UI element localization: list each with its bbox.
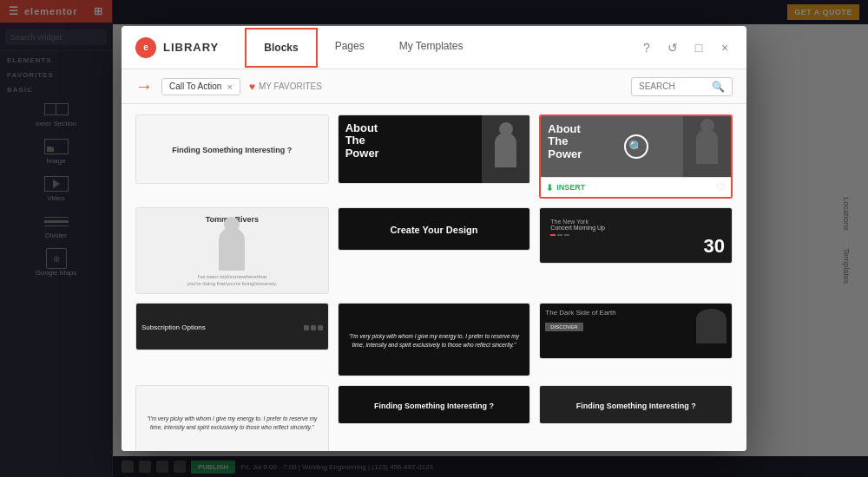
filter-tag[interactable]: Call To Action × [161,78,240,95]
insert-label: INSERT [556,183,585,192]
card-10-quote: "I'm very picky with whom I give my ener… [141,415,323,430]
modal-actions: ? ↺ □ × [639,40,733,56]
card-12-text: Finding Something Interesting ? [576,402,696,410]
tab-pages[interactable]: Pages [318,28,382,67]
modal-overlay: e LIBRARY Blocks Pages My Templates ? ↺ … [0,0,868,477]
close-icon[interactable]: × [717,40,733,56]
tommy-silhouette [219,227,245,271]
search-filter[interactable]: 🔍 [631,77,733,96]
card-11-text: Finding Something Interesting ? [374,402,494,410]
template-card-12[interactable]: Finding Something Interesting ? [539,385,733,424]
card-9-btn[interactable]: DISCOVER [545,323,582,331]
modal-header: e LIBRARY Blocks Pages My Templates ? ↺ … [122,26,746,69]
modal-tabs: Blocks Pages My Templates [245,28,639,67]
heart-icon: ♥ [249,81,255,93]
card-heart-icon[interactable]: ♡ [716,181,726,193]
library-modal: e LIBRARY Blocks Pages My Templates ? ↺ … [122,26,746,451]
card-3-title: About The Power [548,123,724,160]
filter-remove-icon[interactable]: × [227,82,232,92]
modal-body: Finding Something Interesting ? About Th… [122,104,746,451]
modal-logo: e [135,37,156,58]
search-icon: 🔍 [712,81,725,93]
download-icon: ⬇ [546,183,553,193]
template-card-4[interactable]: Tommy Rivers I've been told/somewhere/th… [135,207,329,294]
save-icon[interactable]: □ [691,40,707,56]
tab-blocks[interactable]: Blocks [245,28,317,68]
card-6-title2: Concert Morning Up [550,225,721,231]
modal-title: LIBRARY [163,41,219,54]
subscription-bar: Subscription Options [136,320,328,335]
filter-bar: → Call To Action × ♥ MY FAVORITES 🔍 [122,69,746,104]
card-6-number: 30 [704,235,725,258]
favorites-filter[interactable]: ♥ MY FAVORITES [249,81,322,93]
template-card-3[interactable]: About The Power 🔍 [539,114,733,199]
template-card-2[interactable]: About The Power [338,114,531,184]
favorites-label: MY FAVORITES [259,82,322,91]
card-6-title: The New York [550,219,721,225]
sub-dots [304,325,323,330]
template-grid: Finding Something Interesting ? About Th… [135,114,733,451]
card-8-quote: "I'm very picky with whom I give my ener… [344,329,525,351]
card-3-actions: ⬇ INSERT ♡ [541,177,731,197]
card-4-desc: I've been told/somewhere/thatyou're doin… [187,274,278,288]
card-1-text: Finding Something Interesting ? [143,146,321,154]
help-icon[interactable]: ? [639,40,654,56]
template-card-10[interactable]: "I'm very picky with whom I give my ener… [135,385,329,451]
card-9-photo [696,309,727,343]
card-2-title: About The Power [345,122,523,160]
template-card-11[interactable]: Finding Something Interesting ? [338,385,531,424]
card-7-title: Subscription Options [141,323,206,331]
refresh-icon[interactable]: ↺ [665,40,681,56]
template-card-7[interactable]: Subscription Options [135,303,329,350]
template-card-1[interactable]: Finding Something Interesting ? [135,114,329,184]
red-arrow-icon: → [135,76,153,96]
template-card-8[interactable]: "I'm very picky with whom I give my ener… [338,303,531,376]
card-6-content: The New York Concert Morning Up [545,213,727,241]
filter-tag-label: Call To Action [169,82,221,91]
card-5-text: Create Your Design [390,225,477,235]
insert-button[interactable]: ⬇ INSERT [546,183,585,193]
search-input[interactable] [639,82,708,91]
template-card-9[interactable]: The Dark Side of Earth DISCOVER [539,303,733,359]
template-card-5[interactable]: Create Your Design [338,207,531,251]
tab-my-templates[interactable]: My Templates [382,28,481,67]
template-card-6[interactable]: The New York Concert Morning Up 30 [539,207,733,264]
